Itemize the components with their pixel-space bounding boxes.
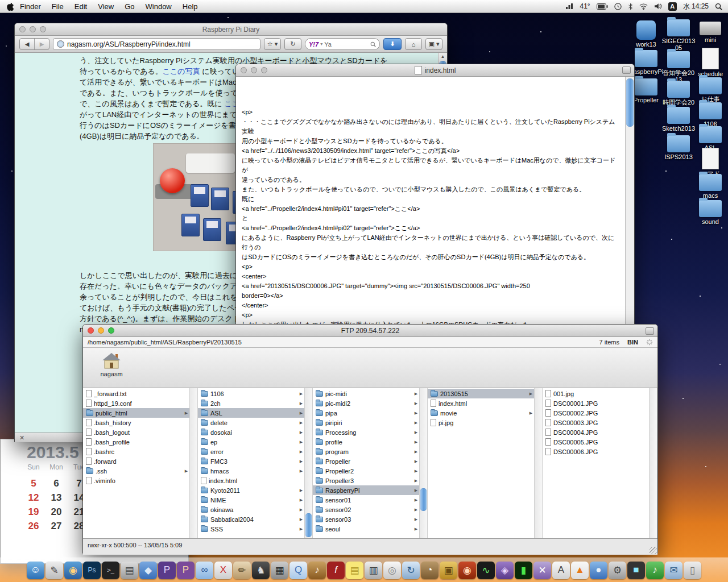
code-line[interactable]: <p> (242, 107, 617, 117)
calendar-date[interactable]: 5 (22, 478, 45, 492)
dock-icon[interactable]: ♪ (646, 562, 664, 579)
file-row[interactable]: sensor02 ▶ (313, 505, 419, 514)
calendar-date[interactable]: 13 (45, 492, 68, 506)
desktop-icon[interactable]: mini (694, 22, 726, 43)
dock-icon[interactable]: ● (590, 562, 607, 579)
dock-icon[interactable]: ▣ (440, 562, 457, 579)
file-row[interactable]: dosokai ▶ (198, 427, 304, 437)
file-row[interactable]: DSC00005.JPG (543, 437, 649, 447)
file-row[interactable]: pic-midi ▶ (313, 389, 419, 398)
file-row[interactable]: Propeller3 ▶ (313, 476, 419, 485)
menu-item[interactable]: Go (125, 2, 134, 11)
calendar-date[interactable]: 20 (45, 506, 68, 521)
window-controls[interactable] (88, 327, 114, 334)
file-row[interactable]: program ▶ (313, 447, 419, 456)
minimize-button[interactable] (30, 26, 36, 32)
dock-icon[interactable]: ↻ (402, 562, 420, 579)
wifi-icon[interactable] (639, 3, 648, 10)
file-row[interactable]: Processing ▶ (313, 427, 419, 437)
file-row[interactable]: 20130515 ▶ (428, 389, 534, 398)
dock-icon[interactable]: Q (289, 562, 307, 579)
code-line[interactable]: <p> (242, 262, 617, 272)
editor-scrollbar[interactable] (625, 77, 634, 325)
file-row[interactable]: .bashrc (83, 447, 189, 456)
file-row[interactable]: Propeller ▶ (313, 456, 419, 466)
code-line[interactable]: に映っている小型の液晶テレビはビデオ信号モニタとして活用できるが、繋いでいるキー… (242, 156, 617, 175)
dock-icon[interactable]: ♪ (308, 562, 326, 579)
ftp-transfer-mode[interactable]: BIN (627, 339, 638, 346)
dock-icon[interactable]: ▤ (346, 562, 363, 579)
file-row[interactable]: DSC00001.JPG (543, 398, 649, 408)
calendar-date[interactable]: 6 (45, 478, 68, 492)
close-findbar-icon[interactable]: ✕ (19, 434, 24, 442)
signal-meter-icon[interactable] (565, 3, 573, 10)
forward-button[interactable]: ▶ (34, 39, 49, 49)
desktop-icon[interactable]: お仕事 (694, 77, 726, 102)
dock-icon[interactable]: >_ (102, 562, 119, 579)
file-row[interactable]: delete ▶ (198, 418, 304, 427)
menu-item[interactable]: Finder (20, 2, 41, 11)
apple-menu-icon[interactable] (7, 2, 14, 11)
file-row[interactable]: .forward (83, 456, 189, 466)
toolbar-toggle-icon[interactable] (646, 327, 654, 335)
file-row[interactable]: public_html ▶ (83, 408, 189, 418)
file-row[interactable]: pic-midi2 ▶ (313, 398, 419, 408)
code-line[interactable]: にあるように、Raspberry Piが立ち上がってLAN経由でインターネットの… (242, 233, 617, 252)
file-row[interactable]: sensor01 ▶ (313, 495, 419, 505)
file-row[interactable]: FMC3 ▶ (198, 456, 304, 466)
file-row[interactable]: Propeller2 ▶ (313, 466, 419, 476)
desktop-icon[interactable]: SIGEC201305 (663, 19, 694, 51)
minimize-button[interactable] (251, 67, 257, 73)
page-action-button[interactable]: ▣ ▾ (425, 38, 442, 50)
text-link[interactable]: ここの写真 (163, 67, 200, 76)
file-row[interactable]: okinawa ▶ (198, 505, 304, 514)
code-line[interactable]: はSDカードにOSのミラーイメージを書き込むところなのだが、その肝心のSDカード… (242, 252, 617, 262)
close-button[interactable] (88, 327, 94, 334)
search-field[interactable]: Y!7 ▾ Ya (305, 38, 380, 50)
desktop-icon[interactable]: sound (694, 200, 726, 225)
desktop-icon[interactable]: macs (694, 174, 726, 199)
file-row[interactable]: NIME ▶ (198, 495, 304, 505)
column-scrollbar[interactable] (534, 388, 543, 538)
file-row[interactable]: index.html (198, 476, 304, 485)
url-text[interactable]: nagasm.org/ASL/RaspberryPi/index.html (67, 40, 191, 48)
zoom-button[interactable] (261, 67, 267, 73)
file-row[interactable]: ASL ▶ (198, 408, 304, 418)
column-scrollbar[interactable] (189, 388, 198, 538)
dock-icon[interactable]: ◔ (421, 562, 439, 579)
editor-titlebar[interactable]: index.html (236, 64, 634, 77)
search-text[interactable]: Ya (324, 41, 332, 48)
dock-icon[interactable]: A (552, 562, 570, 579)
file-row[interactable]: Sabbatical2004 ▶ (198, 514, 304, 524)
dock-icon[interactable]: ◈ (496, 562, 514, 579)
dock-icon[interactable]: ☺ (27, 562, 44, 579)
url-field[interactable]: nagasm.org/ASL/RaspberryPi/index.html (53, 38, 260, 50)
desktop-icon[interactable]: schedule (694, 48, 726, 77)
dock-icon[interactable]: ✕ (533, 562, 551, 579)
file-row[interactable]: .bash_history (83, 418, 189, 427)
close-button[interactable] (19, 26, 26, 32)
file-row[interactable]: error ▶ (198, 447, 304, 456)
dock-icon[interactable]: ▤ (121, 562, 138, 579)
volume-icon[interactable] (654, 3, 662, 10)
code-line[interactable]: </center> (242, 301, 617, 310)
code-line[interactable]: <a href="20130515/DSC00006.JPG" target="… (242, 281, 617, 291)
window-controls[interactable] (19, 26, 46, 32)
file-row[interactable]: DSC00006.JPG (543, 447, 649, 456)
menu-item[interactable]: File (52, 2, 64, 11)
desktop-icon[interactable]: work13 (630, 20, 662, 48)
code-line[interactable]: <a href="../Propeller2/index4.html#pi01"… (242, 204, 617, 214)
resize-grip[interactable] (650, 547, 657, 554)
file-row[interactable]: RaspberryPi ▶ (313, 485, 419, 495)
code-line[interactable]: <center> (242, 272, 617, 281)
download-button[interactable]: ⬇ (383, 38, 402, 50)
file-row[interactable]: pipa ▶ (313, 408, 419, 418)
editor-widget-icon[interactable] (622, 66, 631, 74)
menu-item[interactable]: Window (146, 2, 172, 11)
home-button[interactable]: ⌂ (405, 38, 422, 50)
dock-icon[interactable]: ∞ (196, 562, 213, 579)
file-row[interactable]: httpd_19.conf (83, 398, 189, 408)
zoom-button[interactable] (40, 26, 46, 32)
calendar-date[interactable]: 12 (22, 492, 45, 506)
code-line[interactable]: <a href="../../1106/news3/20130509/index… (242, 146, 617, 156)
